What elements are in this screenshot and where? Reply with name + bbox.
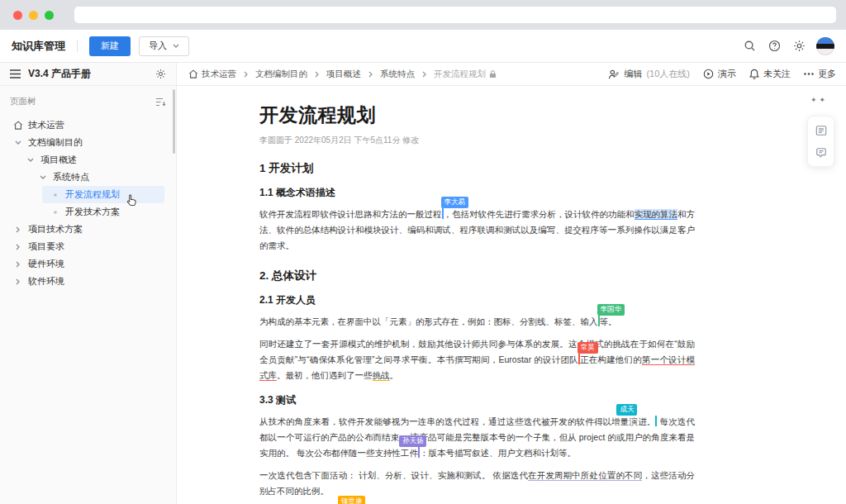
settings-gear-icon[interactable] <box>787 36 811 56</box>
text-run: 从技术的角度来看，软件开发能够视为一连串的迭代过程，通过这些迭代被开发的软件得以… <box>259 416 655 426</box>
section-heading: 1 开发计划 <box>259 161 695 176</box>
lock-icon <box>489 70 497 78</box>
chevron-down-icon[interactable] <box>12 140 23 145</box>
comment-icon[interactable] <box>815 146 827 159</box>
breadcrumb-item[interactable]: 系统特点 <box>380 69 415 80</box>
close-window-button[interactable] <box>13 11 22 20</box>
divider <box>77 40 78 52</box>
sidebar-header: V3.4 产品手册 <box>0 63 177 85</box>
collab-cursor-tag: 孙天扬 <box>399 435 427 447</box>
sidebar-item-label: 项目概述 <box>40 154 77 166</box>
app-title: 知识库管理 <box>12 39 65 54</box>
annotated-text: 挑战 <box>373 370 390 381</box>
sidebar-item-项目概述[interactable]: 项目概述 <box>17 151 164 169</box>
sidebar-item-系统特点[interactable]: 系统特点 <box>30 169 164 186</box>
text-run: 为构成的基本元素，在界面中以「元素」的形式存在，例如：图标、分割线、标签、输入 <box>259 316 598 326</box>
sidebar-item-软件环境[interactable]: 软件环境 <box>5 273 164 290</box>
book-title: V3.4 产品手册 <box>28 67 155 81</box>
collab-caret: 孙天扬 <box>418 447 420 458</box>
bullet-icon <box>50 211 60 214</box>
app-header: 知识库管理 新建 导入 <box>0 30 846 63</box>
present-label: 演示 <box>718 68 736 80</box>
present-button[interactable]: 演示 <box>703 68 736 80</box>
breadcrumb-item-label: 技术运营 <box>202 69 236 80</box>
user-avatar[interactable] <box>816 37 834 55</box>
sidebar-item-label: 开发技术方案 <box>65 206 120 218</box>
page-title: 开发流程规划 <box>259 102 697 128</box>
help-icon[interactable] <box>762 36 787 56</box>
breadcrumb-item-label: 文档编制目的 <box>255 69 307 80</box>
breadcrumb-item[interactable]: 技术运营 <box>188 69 236 80</box>
more-button[interactable]: 更多 <box>804 68 836 80</box>
sidebar-item-开发流程规划[interactable]: 开发流程规划 <box>42 186 164 203</box>
more-label: 更多 <box>818 68 836 80</box>
page-tree-sidebar: 页面树 技术运营文档编制目的项目概述系统特点开发流程规划开发技术方案项目技术方案… <box>0 86 177 504</box>
chevron-right-icon[interactable] <box>12 261 23 268</box>
doc-actions: 编辑 (10人在线) 演示 未关注 更多 <box>608 68 836 80</box>
import-button[interactable]: 导入 <box>139 36 189 56</box>
doc-body: 1 开发计划1.1 概念术语描述软件开发流程即软件设计思路和方法的一般过程李大易… <box>259 161 695 504</box>
text-run: 。最初，他们遇到了一些 <box>277 370 373 380</box>
text-run: 软件开发流程即软件设计思路和方法的一般过程 <box>259 209 442 219</box>
import-button-label: 导入 <box>149 40 167 52</box>
sidebar-item-label: 软件环境 <box>28 275 64 288</box>
paragraph: 同时还建立了一套开源模式的维护机制，鼓励其他设计师共同参与体系的发展。这个模式的… <box>259 336 695 383</box>
book-settings-gear-icon[interactable] <box>155 69 166 79</box>
chevron-right-icon[interactable] <box>12 226 23 233</box>
bullet-icon <box>50 193 60 197</box>
chevron-right-icon[interactable] <box>12 244 23 250</box>
maximize-window-button[interactable] <box>45 11 54 20</box>
collab-caret: 李国华 <box>598 316 600 326</box>
sidebar-item-label: 开发流程规划 <box>65 188 120 201</box>
sidebar-item-开发技术方案[interactable]: 开发技术方案 <box>42 203 164 221</box>
follow-button[interactable]: 未关注 <box>749 68 791 80</box>
text-run: 一次迭代包含下面活动： 计划、分析、设计、实施和测试。 依据迭代 <box>259 470 528 480</box>
edit-button[interactable]: 编辑 (10人在线) <box>608 68 690 80</box>
section-heading: 2. 总体设计 <box>259 269 695 283</box>
minimize-window-button[interactable] <box>29 11 38 20</box>
url-bar[interactable] <box>74 7 836 23</box>
breadcrumb-item[interactable]: 项目概述 <box>326 69 361 80</box>
page-width-toggle-icon[interactable]: ✦✦ <box>810 96 828 104</box>
outline-icon[interactable] <box>815 124 827 136</box>
section-heading: 2.1 开发人员 <box>259 293 695 307</box>
breadcrumb-item[interactable]: 文档编制目的 <box>255 69 307 80</box>
play-circle-icon <box>703 69 714 79</box>
sidebar-item-label: 项目要求 <box>28 240 64 253</box>
breadcrumb-item-label: 开发流程规划 <box>434 69 486 80</box>
online-count: (10人在线) <box>646 68 690 80</box>
chevron-down-icon[interactable] <box>37 175 48 179</box>
sidebar-scrollbar[interactable] <box>173 89 175 154</box>
chevron-right-icon[interactable] <box>12 278 23 285</box>
sidebar-item-项目要求[interactable]: 项目要求 <box>5 238 164 255</box>
window-controls <box>0 11 59 20</box>
hamburger-menu-icon[interactable] <box>10 69 21 78</box>
home-icon <box>188 69 198 78</box>
search-icon[interactable] <box>737 36 762 56</box>
text-run: 。 <box>390 370 399 380</box>
new-button[interactable]: 新建 <box>89 36 131 56</box>
chevron-down-icon <box>173 44 179 48</box>
breadcrumb: 技术运营文档编制目的项目概述系统特点开发流程规划 <box>188 69 497 80</box>
follow-label: 未关注 <box>763 68 791 80</box>
sidebar-item-技术运营[interactable]: 技术运营 <box>5 116 164 134</box>
sidebar-item-项目技术方案[interactable]: 项目技术方案 <box>5 221 164 238</box>
home-icon <box>12 121 23 130</box>
breadcrumb-separator <box>315 71 319 78</box>
edit-label: 编辑 <box>624 68 642 80</box>
breadcrumb-bar: 技术运营文档编制目的项目概述系统特点开发流程规划 编辑 (10人在线) 演示 未… <box>177 63 846 85</box>
sidebar-item-硬件环境[interactable]: 硬件环境 <box>5 255 164 273</box>
collab-cursor-tag: 常昊 <box>577 342 598 354</box>
paragraph: 一次迭代包含下面活动： 计划、分析、设计、实施和测试。 依据迭代在开发周期中所处… <box>259 468 695 499</box>
page-tree-label: 页面树 <box>10 96 155 107</box>
sidebar-item-文档编制目的[interactable]: 文档编制目的 <box>5 134 164 151</box>
chevron-down-icon[interactable] <box>25 158 36 162</box>
collapse-all-icon[interactable] <box>155 97 166 107</box>
text-run: 等。 <box>600 316 617 326</box>
sidebar-item-label: 系统特点 <box>53 171 89 183</box>
collaborative-edit-icon <box>608 69 620 79</box>
breadcrumb-item-label: 项目概述 <box>326 69 361 80</box>
collab-cursor-tag: 李国华 <box>597 304 625 316</box>
collab-cursor-tag: 李大易 <box>441 197 469 208</box>
collab-caret: 李大易 <box>442 208 444 219</box>
